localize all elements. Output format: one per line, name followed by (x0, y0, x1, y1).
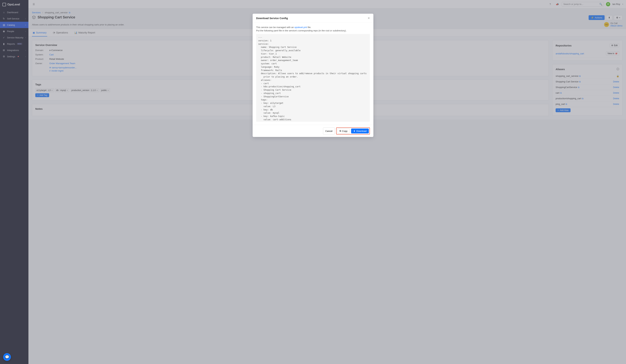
modal-overlay[interactable]: Download Service Config ✕ This service c… (0, 0, 626, 364)
download-config-button[interactable]: ⬇ Download (351, 129, 369, 133)
modal-title: Download Service Config (256, 17, 288, 20)
modal-intro-1: This service can be managed with an (256, 26, 294, 29)
modal-intro-2: Put the following yaml file in the servi… (256, 29, 370, 32)
cancel-label: Cancel (325, 130, 332, 132)
yaml-code-block[interactable]: --- version: 1 service: name: Shopping C… (256, 34, 370, 122)
download-label: Download (356, 130, 367, 132)
copy-icon: ⧉ (340, 130, 341, 132)
modal-footer: Cancel ⧉ Copy ⬇ Download (253, 125, 373, 137)
download-icon: ⬇ (353, 130, 355, 132)
intercom-chat-button[interactable]: 💬 (3, 353, 11, 361)
close-icon[interactable]: ✕ (368, 16, 370, 20)
chat-icon: 💬 (5, 355, 9, 359)
copy-label: Copy (342, 130, 348, 132)
copy-button[interactable]: ⧉ Copy (337, 129, 350, 133)
modal-intro-1-suffix: file. (307, 26, 311, 29)
highlighted-actions: ⧉ Copy ⬇ Download (336, 128, 370, 134)
modal-header: Download Service Config ✕ (253, 14, 373, 23)
opslevel-yml-link[interactable]: opslevel.yml (294, 26, 307, 29)
modal-body: This service can be managed with an opsl… (253, 23, 373, 125)
download-config-modal: Download Service Config ✕ This service c… (253, 14, 373, 137)
cancel-button[interactable]: Cancel (323, 128, 335, 134)
